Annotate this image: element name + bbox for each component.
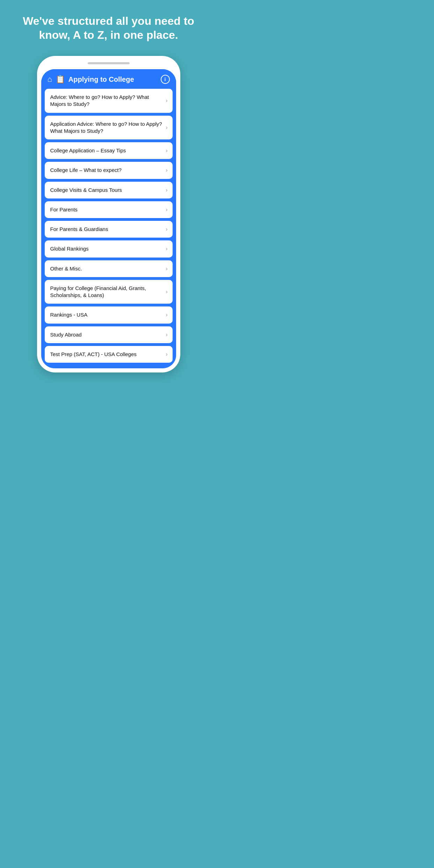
list-item-item-for-parents-guardians[interactable]: For Parents & Guardians› (45, 221, 173, 238)
list-item-label-7: Global Rankings (50, 245, 166, 252)
doc-icon: 📋 (56, 75, 65, 84)
chevron-icon-6: › (166, 226, 167, 232)
chevron-icon-3: › (166, 167, 167, 173)
list-item-label-8: Other & Misc. (50, 265, 166, 272)
list-item-item-college-life[interactable]: College Life – What to expect?› (45, 162, 173, 179)
list-item-item-study-abroad[interactable]: Study Abroad› (45, 326, 173, 343)
list-item-item-test-prep[interactable]: Test Prep (SAT, ACT) - USA Colleges› (45, 346, 173, 363)
list-item-item-advice[interactable]: Advice: Where to go? How to Apply? What … (45, 89, 173, 113)
list-item-item-campus-tours[interactable]: College Visits & Campus Tours› (45, 182, 173, 198)
list-item-label-4: College Visits & Campus Tours (50, 187, 166, 194)
home-icon[interactable]: ⌂ (48, 75, 52, 84)
chevron-icon-1: › (166, 124, 167, 131)
list-item-label-9: Paying for College (Financial Aid, Grant… (50, 285, 166, 299)
list-item-item-for-parents[interactable]: For Parents› (45, 201, 173, 218)
list-item-item-application-advice[interactable]: Application Advice: Where to go? How to … (45, 116, 173, 140)
chevron-icon-8: › (166, 266, 167, 272)
list-item-item-essay-tips[interactable]: College Application – Essay Tips› (45, 142, 173, 159)
list-item-item-rankings-usa[interactable]: Rankings - USA› (45, 306, 173, 323)
chevron-icon-4: › (166, 187, 167, 193)
list-item-label-3: College Life – What to expect? (50, 167, 166, 174)
chevron-icon-9: › (166, 289, 167, 295)
chevron-icon-10: › (166, 312, 167, 318)
list-item-label-11: Study Abroad (50, 331, 166, 338)
list-item-label-12: Test Prep (SAT, ACT) - USA Colleges (50, 351, 166, 358)
list-item-label-6: For Parents & Guardians (50, 226, 166, 233)
list-item-item-other-misc[interactable]: Other & Misc.› (45, 260, 173, 277)
list-item-label-5: For Parents (50, 206, 166, 213)
phone-screen: ⌂ 📋 Applying to College i Advice: Where … (41, 69, 176, 368)
menu-list: Advice: Where to go? How to Apply? What … (41, 89, 176, 368)
list-item-item-paying[interactable]: Paying for College (Financial Aid, Grant… (45, 280, 173, 304)
app-header: ⌂ 📋 Applying to College i (41, 69, 176, 89)
chevron-icon-0: › (166, 97, 167, 104)
phone-frame: ⌂ 📋 Applying to College i Advice: Where … (37, 56, 180, 372)
phone-notch (88, 62, 130, 64)
list-item-label-2: College Application – Essay Tips (50, 147, 166, 154)
list-item-label-10: Rankings - USA (50, 311, 166, 318)
hero-text: We've structured all you need to know, A… (7, 14, 210, 42)
chevron-icon-2: › (166, 147, 167, 154)
chevron-icon-12: › (166, 351, 167, 357)
chevron-icon-5: › (166, 207, 167, 213)
app-title: Applying to College (68, 75, 157, 84)
list-item-label-1: Application Advice: Where to go? How to … (50, 121, 166, 135)
info-icon[interactable]: i (161, 75, 170, 84)
list-item-item-global-rankings[interactable]: Global Rankings› (45, 240, 173, 257)
list-item-label-0: Advice: Where to go? How to Apply? What … (50, 94, 166, 108)
chevron-icon-7: › (166, 246, 167, 252)
chevron-icon-11: › (166, 332, 167, 338)
